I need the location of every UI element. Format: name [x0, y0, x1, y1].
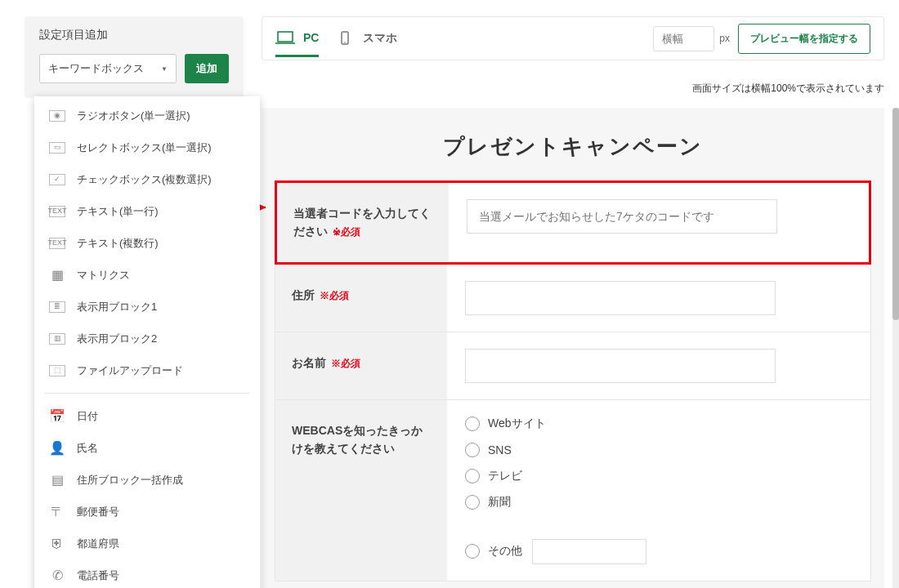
- dropdown-item-label: 住所ブロック一括作成: [77, 467, 183, 492]
- dropdown-item-label: マトリクス: [77, 262, 130, 287]
- form-input-area-name: [447, 332, 870, 399]
- size-note: 画面サイズは横幅100%で表示されています: [692, 82, 884, 96]
- dropdown-item-tel[interactable]: ✆電話番号: [34, 559, 260, 588]
- matrix-icon: ▦: [49, 270, 65, 281]
- smartphone-icon: [335, 31, 355, 46]
- dropdown-item-label: 表示用ブロック1: [77, 294, 157, 319]
- svg-point-2: [345, 42, 347, 43]
- dropdown-item-radio[interactable]: ◉ラジオボタン(単一選択): [34, 100, 260, 131]
- form-input-area-address: [447, 265, 870, 332]
- name-input[interactable]: [465, 349, 776, 383]
- label-text: 当選者コードを入力してください: [293, 207, 431, 238]
- form-label-name: お名前※必須: [275, 332, 447, 399]
- required-mark: ※必須: [320, 290, 349, 301]
- form-label-code: 当選者コードを入力してください※必須: [277, 183, 449, 262]
- add-button[interactable]: 追加: [185, 54, 229, 83]
- dropdown-item-matrix[interactable]: ▦マトリクス: [34, 259, 260, 291]
- field-type-select[interactable]: キーワードボックス: [39, 54, 177, 83]
- scrollbar-thumb[interactable]: [892, 108, 899, 320]
- dropdown-item-label: テキスト(単一行): [77, 198, 159, 224]
- dropdown-item-file[interactable]: ⬚ファイルアップロード: [34, 354, 260, 386]
- code-input[interactable]: [467, 199, 777, 234]
- required-mark: ※必須: [333, 226, 360, 238]
- field-type-dropdown: ◉ラジオボタン(単一選択)▭セレクトボックス(単一選択)✓チェックボックス(複数…: [34, 96, 260, 588]
- form-row-address: 住所※必須: [275, 265, 871, 332]
- date-icon: 📅: [49, 411, 65, 422]
- control-row: キーワードボックス 追加: [25, 54, 244, 98]
- preview-body: プレゼントキャンペーン 当選者コードを入力してください※必須住所※必須お名前※必…: [262, 108, 884, 588]
- checkbox-icon: ✓: [49, 174, 65, 185]
- dropdown-item-date[interactable]: 📅日付: [34, 400, 260, 432]
- dropdown-item-text1[interactable]: TEXTテキスト(単一行): [34, 195, 260, 227]
- preview-header: PC スマホ px プレビュー幅を指定する: [262, 16, 884, 60]
- address-input[interactable]: [465, 281, 776, 315]
- dropdown-item-pref[interactable]: ⛨都道府県: [34, 528, 260, 559]
- radio-list: WebサイトSNSテレビ新聞その他: [465, 416, 852, 564]
- label-text: WEBCASを知ったきっかけを教えてください: [292, 424, 423, 455]
- dropdown-item-checkbox[interactable]: ✓チェックボックス(複数選択): [34, 163, 260, 195]
- sidebar-title: 設定項目追加: [25, 16, 244, 54]
- pc-icon: [275, 30, 295, 45]
- dropdown-item-name[interactable]: 👤氏名: [34, 432, 260, 464]
- width-input[interactable]: [653, 26, 714, 51]
- radio-icon: ◉: [49, 110, 65, 122]
- form-rows: 当選者コードを入力してください※必須住所※必須お名前※必須WEBCASを知ったき…: [275, 180, 871, 581]
- dropdown-item-block1[interactable]: ≣表示用ブロック1: [34, 291, 260, 323]
- required-mark: ※必須: [331, 358, 360, 369]
- dropdown-item-zip[interactable]: 〒郵便番号: [34, 496, 260, 528]
- radio-その他[interactable]: その他: [465, 539, 852, 564]
- label-text: お名前: [292, 356, 326, 369]
- px-label: px: [719, 33, 730, 44]
- other-text-input[interactable]: [532, 539, 646, 564]
- dropdown-item-select[interactable]: ▭セレクトボックス(単一選択): [34, 131, 260, 163]
- svg-rect-0: [278, 32, 293, 42]
- radio-label: その他: [488, 544, 522, 559]
- radio-circle-icon: [465, 495, 480, 510]
- dropdown-item-label: 氏名: [77, 435, 98, 461]
- dropdown-item-label: チェックボックス(複数選択): [77, 167, 212, 192]
- radio-circle-icon: [465, 416, 480, 431]
- form-title: プレゼントキャンペーン: [275, 108, 871, 180]
- settings-sidebar: 設定項目追加 キーワードボックス 追加: [25, 16, 244, 98]
- radio-テレビ[interactable]: テレビ: [465, 469, 852, 483]
- tab-sp-label: スマホ: [363, 31, 397, 46]
- form-row-code: 当選者コードを入力してください※必須: [275, 180, 871, 265]
- zip-icon: 〒: [49, 506, 65, 518]
- dropdown-item-label: 日付: [77, 403, 98, 429]
- name-icon: 👤: [49, 443, 65, 454]
- select-icon: ▭: [49, 142, 65, 154]
- set-preview-width-button[interactable]: プレビュー幅を指定する: [738, 24, 870, 54]
- dropdown-item-textn[interactable]: TEXTテキスト(複数行): [34, 227, 260, 259]
- radio-Webサイト[interactable]: Webサイト: [465, 416, 852, 431]
- radio-circle-icon: [465, 443, 480, 457]
- file-icon: ⬚: [49, 365, 65, 376]
- dropdown-item-label: ファイルアップロード: [77, 358, 183, 383]
- pref-icon: ⛨: [49, 538, 65, 550]
- radio-circle-icon: [465, 544, 480, 559]
- dropdown-item-label: ラジオボタン(単一選択): [77, 103, 190, 128]
- dropdown-separator: [44, 393, 250, 394]
- form-input-area-source: WebサイトSNSテレビ新聞その他: [447, 400, 870, 581]
- dropdown-item-addrblock[interactable]: ▤住所ブロック一括作成: [34, 464, 260, 496]
- form-input-area-code: [449, 183, 869, 262]
- radio-label: テレビ: [488, 469, 522, 483]
- radio-新聞[interactable]: 新聞: [465, 495, 852, 510]
- addrblock-icon: ▤: [49, 474, 65, 486]
- label-text: 住所: [292, 288, 315, 301]
- textn-icon: TEXT: [49, 238, 65, 249]
- dropdown-item-label: 表示用ブロック2: [77, 326, 157, 351]
- tab-pc[interactable]: PC: [275, 30, 319, 57]
- radio-SNS[interactable]: SNS: [465, 443, 852, 457]
- form-label-source: WEBCASを知ったきっかけを教えてください: [275, 400, 447, 581]
- tab-sp[interactable]: スマホ: [335, 31, 397, 46]
- tab-pc-label: PC: [303, 31, 319, 44]
- tel-icon: ✆: [49, 570, 65, 581]
- dropdown-item-label: 電話番号: [77, 563, 119, 588]
- dropdown-item-label: 郵便番号: [77, 499, 119, 524]
- block1-icon: ≣: [49, 301, 65, 313]
- text1-icon: TEXT: [49, 206, 65, 217]
- dropdown-item-label: 都道府県: [77, 531, 119, 556]
- form-row-source: WEBCASを知ったきっかけを教えてくださいWebサイトSNSテレビ新聞その他: [275, 400, 871, 581]
- dropdown-item-block2[interactable]: ▥表示用ブロック2: [34, 323, 260, 354]
- dropdown-item-label: テキスト(複数行): [77, 230, 159, 256]
